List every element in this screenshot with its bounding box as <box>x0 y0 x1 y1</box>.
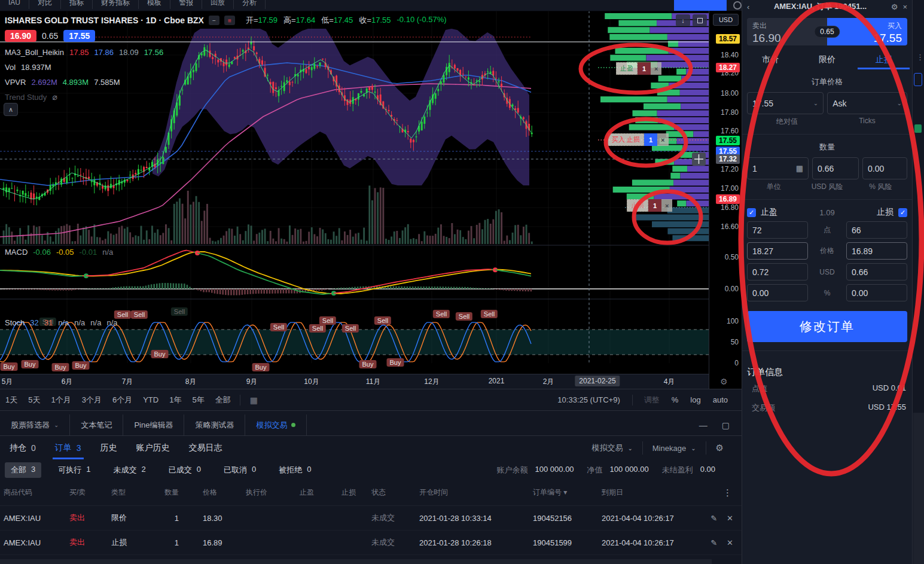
tag-close-icon[interactable]: × <box>661 199 672 212</box>
take-profit-input[interactable]: 0.72 <box>747 263 808 281</box>
stop-loss-input[interactable]: 0.66 <box>846 263 907 281</box>
legend-minimize-icon[interactable]: − <box>209 16 219 25</box>
subtab-账户历史[interactable]: 账户历史 <box>127 437 179 459</box>
broker-select[interactable]: 模拟交易⌄ <box>582 443 642 453</box>
column-header[interactable]: 商品代码 <box>0 487 66 498</box>
time-axis[interactable]: 5月6月7月8月9月10月11月12月20212月2021-02-254月 <box>0 374 709 389</box>
range-button[interactable]: 5天 <box>23 392 45 408</box>
filter-可执行[interactable]: 可执行1 <box>52 462 96 478</box>
toolbar-item-1[interactable]: 对比 <box>29 0 60 8</box>
chart-area[interactable]: ISHARES GOLD TRUST ISHARES · 1D · Cboe B… <box>0 11 709 374</box>
toolbar-item-0[interactable]: IAU <box>0 0 29 7</box>
range-button[interactable]: 5年 <box>187 392 209 408</box>
cancel-order-icon[interactable]: ✕ <box>727 514 733 523</box>
scroll-to-recent-button[interactable]: ↓ <box>676 14 690 26</box>
range-button[interactable]: YTD <box>138 393 164 407</box>
order-tag[interactable]: 止盈1× <box>616 62 661 75</box>
take-profit-checkbox[interactable]: ✓ <box>747 208 756 217</box>
take-profit-input[interactable]: 0.00 <box>747 284 808 301</box>
order-type-tab-限价[interactable]: 限价 <box>799 51 856 69</box>
range-button[interactable]: 1年 <box>164 392 187 408</box>
filter-被拒绝[interactable]: 被拒绝0 <box>273 462 317 478</box>
scale-button[interactable]: 调整 <box>639 392 665 408</box>
subtab-历史[interactable]: 历史 <box>91 437 127 459</box>
order-price-input[interactable]: 17.55 ⌄ <box>747 92 824 114</box>
column-header[interactable]: 止盈 <box>296 487 338 498</box>
range-button[interactable]: 1个月 <box>45 392 76 408</box>
clock-label[interactable]: 10:33:25 (UTC+9) <box>557 395 620 404</box>
buy-price-button[interactable]: 17.55 <box>63 30 95 42</box>
quantity-input[interactable]: 1 ▦ <box>747 157 809 179</box>
take-profit-input[interactable]: 72 <box>747 221 808 239</box>
edit-order-icon[interactable]: ✎ <box>710 514 717 523</box>
order-tag[interactable]: 止损1× <box>627 199 672 212</box>
toolbar-item-6[interactable]: 回放 <box>202 0 233 8</box>
calculator-icon[interactable]: ▦ <box>796 164 803 173</box>
column-header[interactable]: 类型 <box>108 487 153 498</box>
go-to-date-icon[interactable]: ▦ <box>244 395 264 405</box>
stop-loss-checkbox[interactable]: ✓ <box>898 208 907 217</box>
maximize-pane-button[interactable] <box>693 14 707 26</box>
axis-settings-gear-icon[interactable]: ⚙ <box>720 377 728 386</box>
column-header[interactable]: 订单编号 ▾ <box>529 487 598 498</box>
price-axis[interactable]: USD 18.5718.4018.2018.2718.0017.8017.601… <box>709 11 742 389</box>
currency-button[interactable]: USD <box>713 14 739 26</box>
toolbar-item-5[interactable]: 警报 <box>170 0 202 8</box>
dots-menu-icon[interactable]: ⋮ <box>916 53 924 62</box>
edit-order-icon[interactable]: ✎ <box>710 538 717 547</box>
filter-全部[interactable]: 全部3 <box>5 462 41 478</box>
legend-menu-icon[interactable]: ≡ <box>224 16 235 25</box>
column-header[interactable]: 价格 <box>182 487 242 498</box>
column-header[interactable]: 买/卖 <box>66 487 108 498</box>
filter-已成交[interactable]: 已成交0 <box>163 462 207 478</box>
publish-button[interactable] <box>674 0 727 11</box>
bottom-tab-股票筛选器[interactable]: 股票筛选器⌄ <box>0 414 70 436</box>
stop-loss-input[interactable]: 0.00 <box>846 284 907 301</box>
usd-risk-input[interactable]: 0.66 <box>812 157 859 179</box>
range-button[interactable]: 1天 <box>0 392 23 408</box>
tag-close-icon[interactable]: × <box>657 133 668 146</box>
collapse-panel-button[interactable]: ∧ <box>4 103 18 116</box>
help-icon[interactable] <box>733 1 742 10</box>
eye-off-icon[interactable]: ⌀ <box>52 92 57 102</box>
bottom-tab-文本笔记[interactable]: 文本笔记 <box>70 414 123 436</box>
cancel-order-icon[interactable]: ✕ <box>727 538 733 547</box>
toolbar-item-7[interactable]: 分析 <box>234 0 265 8</box>
account-select[interactable]: Minekage⌄ <box>643 444 706 453</box>
table-menu-icon[interactable]: ⋮ <box>694 487 742 498</box>
column-header[interactable]: 执行价 <box>242 487 296 498</box>
horizontal-scrollbar[interactable] <box>0 559 712 564</box>
column-header[interactable]: 止损 <box>338 487 368 498</box>
bottom-tab-模拟交易[interactable]: 模拟交易 <box>245 414 307 436</box>
column-header[interactable]: 到期日 <box>598 487 694 498</box>
column-header[interactable]: 数量 <box>153 487 182 498</box>
sell-price-button[interactable]: 16.90 <box>5 30 36 42</box>
chevron-down-icon[interactable]: ⌄ <box>897 100 902 106</box>
vertical-scrollbar[interactable] <box>913 413 924 564</box>
table-row[interactable]: AMEX:IAU卖出止损116.89未成交2021-01-28 10:26:18… <box>0 531 742 555</box>
panel-gear-icon[interactable]: ⚙ <box>706 443 733 453</box>
stop-loss-input[interactable]: 16.89 <box>846 242 907 260</box>
bottom-tab-策略测试器[interactable]: 策略测试器 <box>184 414 245 436</box>
order-type-tab-市价[interactable]: 市价 <box>742 51 799 69</box>
scale-button[interactable]: auto <box>708 393 733 407</box>
price-mode-select[interactable]: Ask ⌄ <box>827 92 907 114</box>
modify-order-button[interactable]: 修改订单 <box>747 311 907 342</box>
bottom-tab-Pine编辑器[interactable]: Pine编辑器 <box>123 414 184 436</box>
minimize-icon[interactable]: — <box>699 420 708 430</box>
back-icon[interactable]: ‹ <box>747 2 749 11</box>
subtab-订单[interactable]: 订单3 <box>45 437 91 459</box>
toolbar-item-3[interactable]: 财务指标 <box>93 0 138 8</box>
chevron-down-icon[interactable]: ⌄ <box>813 100 818 106</box>
scale-button[interactable]: % <box>666 393 684 407</box>
subtab-交易日志[interactable]: 交易日志 <box>179 437 232 459</box>
pct-risk-input[interactable]: 0.00 <box>862 157 907 179</box>
scale-button[interactable]: log <box>685 393 706 407</box>
stop-loss-input[interactable]: 66 <box>846 221 907 239</box>
panel-close-icon[interactable]: × <box>902 2 907 11</box>
expand-window-icon[interactable]: ▢ <box>722 420 730 430</box>
panel-settings-gear-icon[interactable]: ⚙ <box>891 2 898 11</box>
tag-close-icon[interactable]: × <box>651 62 661 75</box>
range-button[interactable]: 全部 <box>210 392 236 408</box>
toolbar-item-4[interactable]: 模板 <box>139 0 170 8</box>
